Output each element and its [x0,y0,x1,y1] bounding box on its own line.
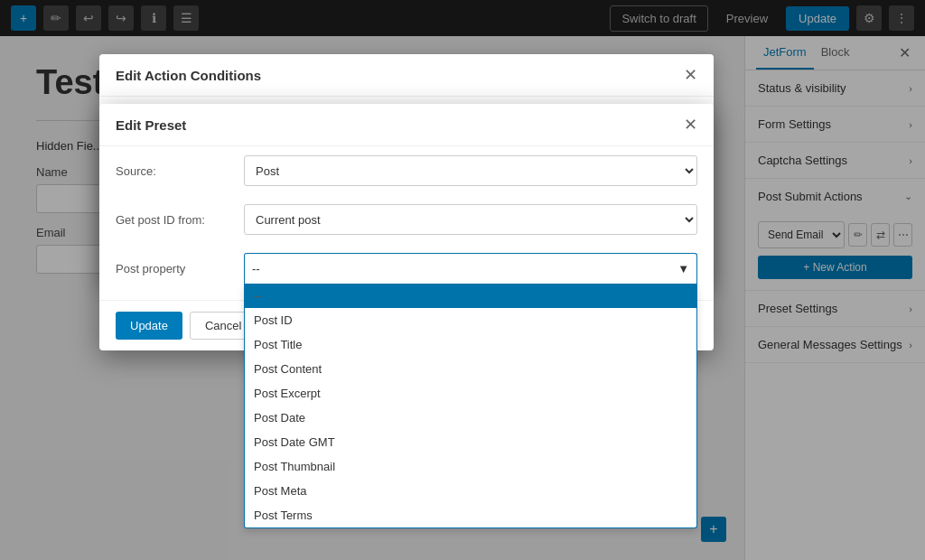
post-property-dropdown-display[interactable]: -- ▼ [244,253,697,284]
dropdown-arrow-icon: ▼ [677,262,689,275]
dropdown-item-post-excerpt[interactable]: Post Excerpt [245,381,696,406]
get-post-id-row: Get post ID from: Current post [99,195,714,244]
modal-action-conditions-close-button[interactable]: ✕ [684,67,697,83]
modal-preset-header: Edit Preset ✕ [99,104,714,146]
post-property-dropdown-list: -- Post ID Post Title Post Content Post … [244,284,697,528]
source-select[interactable]: Post [244,155,697,186]
dropdown-item-placeholder[interactable]: -- [245,284,696,308]
modal-action-conditions-header: Edit Action Conditions ✕ [99,54,714,97]
source-row: Source: Post [99,146,714,195]
dropdown-item-post-title[interactable]: Post Title [245,332,696,357]
source-label: Source: [116,164,233,178]
post-property-row: Post property -- ▼ -- Post ID Post Title… [99,244,714,293]
dropdown-item-post-date-gmt[interactable]: Post Date GMT [245,430,696,454]
dropdown-item-post-terms[interactable]: Post Terms [245,503,696,527]
modal-preset: Edit Preset ✕ Source: Post Get post ID f… [99,104,714,350]
modal-action-conditions-title: Edit Action Conditions [116,68,261,83]
modal-preset-close-button[interactable]: ✕ [684,117,697,133]
modal-preset-title: Edit Preset [116,117,186,133]
post-property-selected-value: -- [252,262,260,275]
dropdown-item-post-meta[interactable]: Post Meta [245,479,696,503]
post-property-label: Post property [116,262,233,275]
dropdown-item-post-date[interactable]: Post Date [245,406,696,430]
post-property-dropdown-wrapper: -- ▼ -- Post ID Post Title Post Content … [244,253,697,284]
dropdown-item-post-id[interactable]: Post ID [245,308,696,332]
dropdown-item-post-thumbnail[interactable]: Post Thumbnail [245,454,696,479]
dropdown-item-post-content[interactable]: Post Content [245,357,696,381]
modal-preset-update-button[interactable]: Update [116,312,182,340]
get-post-id-label: Get post ID from: [116,213,233,227]
get-post-id-select[interactable]: Current post [244,204,697,235]
